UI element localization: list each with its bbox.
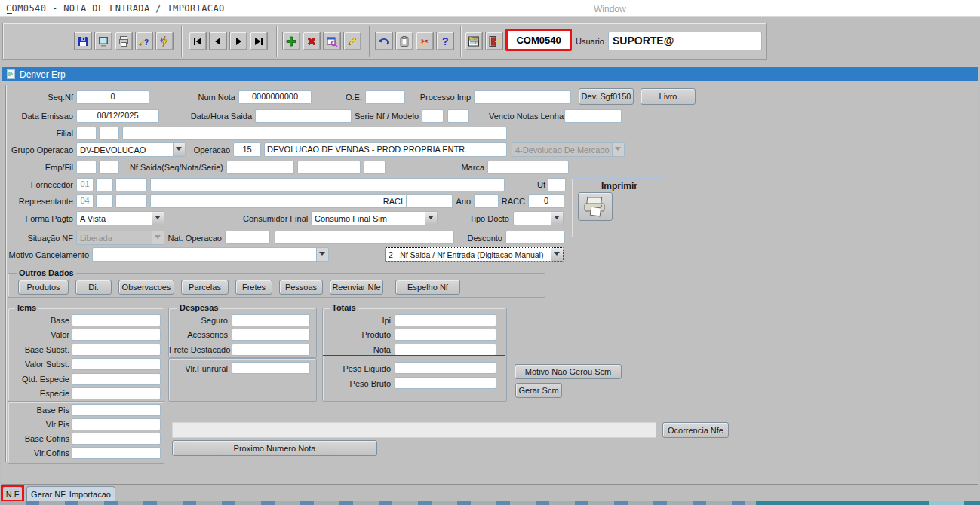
reenviar-nfe-button[interactable]: Reenviar Nfe [330,280,383,295]
uf-field[interactable] [548,178,566,191]
help-button[interactable]: ? [436,32,454,50]
grupo-operacao-select[interactable]: DV-DEVOLUCAO [76,142,186,157]
gerar-scm-button[interactable]: Gerar Scm [515,383,562,398]
peso-bruto-field[interactable] [395,377,496,389]
menu-icon: Menu [468,35,480,47]
cut-button[interactable]: ✂ [416,32,434,50]
save-button[interactable] [74,32,92,50]
serie-nf-field[interactable] [422,109,444,123]
processo-imp-field[interactable] [474,90,571,104]
peso-liquido-field[interactable] [395,362,496,374]
fretes-button[interactable]: Fretes [235,280,272,295]
menu-item-window[interactable]: Window [594,4,626,14]
observacoes-button[interactable]: Observacoes [118,280,174,295]
seguro-field[interactable] [232,314,310,326]
first-record-button[interactable] [189,32,207,50]
dropdown-arrow-icon [316,248,328,261]
edit-button[interactable] [343,32,361,50]
icms-base-subst-field[interactable] [72,344,161,356]
undo-button[interactable] [375,32,393,50]
livro-button[interactable]: Livro [641,88,696,105]
base-pis-field[interactable] [72,404,161,416]
print-button[interactable] [115,32,133,50]
paste-button[interactable] [395,32,413,50]
nf-saida-seq-field[interactable] [226,161,294,174]
vlr-funrural-field[interactable] [232,362,310,374]
icms-qtd-especie-field[interactable] [72,373,161,385]
icms-base-field[interactable] [72,314,161,326]
ipi-field[interactable] [395,314,496,326]
menu-button[interactable]: Menu [465,32,483,50]
filial-fil-field[interactable] [99,127,119,140]
operacao-code-field[interactable]: 15 [233,142,261,157]
marca-field[interactable] [487,161,569,174]
query-button[interactable] [323,32,341,50]
base-cofins-field[interactable] [72,433,161,445]
acessorios-field[interactable] [232,329,310,341]
insert-record-button[interactable] [282,32,300,50]
tipo-digitacao-select[interactable]: 2 - Nf Saida / Nf Entrada (Digitacao Man… [385,247,564,262]
next-record-button[interactable] [229,32,247,50]
fil-field[interactable] [99,161,119,174]
imprimir-button[interactable] [578,192,613,221]
icms-valor-subst-field[interactable] [72,358,161,370]
seq-nf-field[interactable]: 0 [76,90,149,104]
racc-field[interactable]: 0 [528,194,564,208]
nota-field[interactable] [395,344,496,356]
data-hora-saida-field[interactable] [255,109,352,123]
delete-record-button[interactable] [303,32,321,50]
previous-record-button[interactable] [209,32,227,50]
tab-gerar-nf-importacao[interactable]: Gerar NF. Importacao [26,486,115,501]
icms-especie-field[interactable] [72,387,161,399]
fornecedor-nome-field[interactable] [150,178,505,191]
nat-operacao-code-field[interactable] [225,231,270,244]
insert-record-icon [285,35,297,47]
num-nota-field[interactable]: 0000000000 [238,90,312,104]
dropdown-arrow-icon [551,248,563,261]
nat-operacao-desc-field[interactable] [275,231,454,244]
proximo-numero-nota-button[interactable]: Proximo Numero Nota [172,440,377,456]
consumidor-final-select[interactable]: Consumo Final Sim [311,211,438,225]
frete-destacado-field[interactable] [232,344,310,356]
vlr-pis-field[interactable] [72,418,161,430]
exit-button[interactable] [485,32,503,50]
dev-sgf0150-button[interactable]: Dev. Sgf0150 [579,88,634,105]
desconto-field[interactable] [505,231,565,244]
execute-button[interactable] [155,32,174,50]
espelho-nf-button[interactable]: Espelho Nf [395,280,460,295]
pessoas-button[interactable]: Pessoas [279,280,323,295]
oe-field[interactable] [365,90,405,104]
nf-saida-nota-field[interactable] [297,161,361,174]
produto-field[interactable] [395,329,496,341]
representante-code-field[interactable] [115,194,147,208]
filial-desc-field[interactable] [122,127,507,140]
representante-fil-field[interactable] [96,194,113,208]
print-preview-button[interactable] [94,32,112,50]
acessorios-label: Acessorios [169,330,228,339]
situacao-nf-select: Liberada [76,231,164,245]
usuario-field[interactable]: SUPORTE@ [608,32,762,50]
help-wand-button[interactable]: ? [135,32,153,50]
data-emissao-field[interactable]: 08/12/2025 [76,109,159,123]
ano-field[interactable] [474,194,499,208]
parcelas-button[interactable]: Parcelas [181,280,229,295]
nf-saida-serie-field[interactable] [364,161,386,174]
forma-pagto-select[interactable]: A Vista [76,211,164,225]
tab-nf[interactable]: N.F [2,486,23,501]
produtos-button[interactable]: Produtos [18,280,69,295]
di-button[interactable]: Di. [75,280,112,295]
raci-field[interactable] [406,194,453,208]
emp-field[interactable] [76,161,97,174]
last-record-button[interactable] [250,32,268,50]
vlr-cofins-field[interactable] [72,447,161,459]
fornecedor-fil-field[interactable] [96,178,113,191]
modelo-field[interactable] [447,109,469,123]
filial-emp-field[interactable] [76,127,97,140]
vencto-notas-lenha-field[interactable] [564,109,622,123]
fornecedor-code-field[interactable] [115,178,147,191]
operacao-desc-field[interactable]: DEVOLUCAO DE VENDAS - PROD.PROPRIA ENTR. [264,142,507,157]
icms-valor-field[interactable] [72,329,161,341]
ocorrencia-nfe-button[interactable]: Ocorrencia Nfe [662,422,729,438]
motivo-nao-gerou-scm-button[interactable]: Motivo Nao Gerou Scm [515,364,622,379]
tipo-docto-select[interactable] [513,211,564,225]
